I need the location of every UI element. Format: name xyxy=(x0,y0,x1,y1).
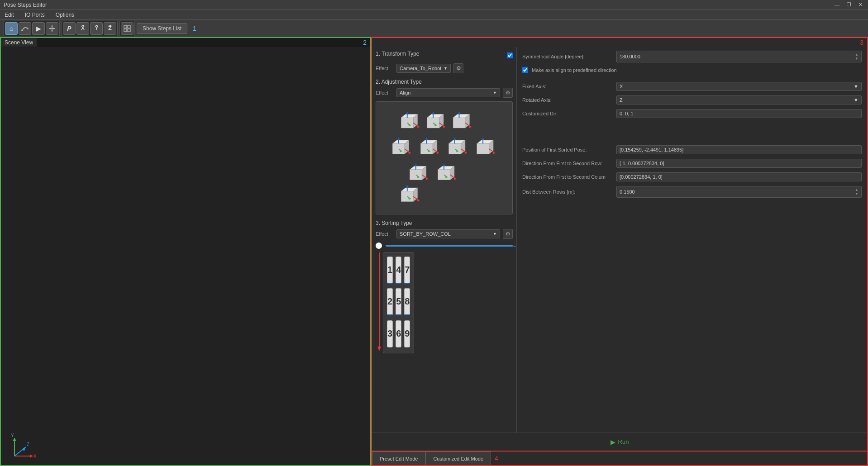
svg-marker-13 xyxy=(30,454,33,458)
sort-cell-8[interactable]: 8 xyxy=(404,288,410,315)
make-axis-align-checkbox[interactable] xyxy=(522,67,528,73)
scene-canvas[interactable]: X Y Z xyxy=(1,47,370,465)
sorting-gear-button[interactable]: ⚙ xyxy=(503,229,513,239)
app-title: Pose Steps Editor xyxy=(4,2,833,8)
x-button[interactable]: X̄ xyxy=(76,22,89,35)
adjustment-visual xyxy=(376,101,513,214)
position-first-sorted-value: [0.154259, -2.4491, 1.14895] xyxy=(616,145,862,154)
sort-cell-2[interactable]: 2 xyxy=(387,288,393,315)
sort-cell-4[interactable]: 4 xyxy=(396,257,401,284)
customized-edit-mode-tab[interactable]: Customized Edit Mode xyxy=(425,452,491,465)
scene-view-panel: Scene View 2 X Y Z xyxy=(0,37,371,466)
svg-marker-102 xyxy=(405,185,408,188)
rotated-axis-row: Rotated Axis: Z ▼ xyxy=(522,95,862,105)
sort-cell-3[interactable]: 3 xyxy=(387,320,393,347)
dist-between-rows-row: Dist Between Rows [m]: 0.1500 ▲ ▼ xyxy=(522,186,862,198)
cube-grid-svg xyxy=(388,108,501,208)
svg-marker-34 xyxy=(432,112,434,114)
slider-track[interactable]: → xyxy=(386,245,513,247)
slider-thumb[interactable] xyxy=(376,243,382,249)
svg-rect-39 xyxy=(453,118,465,128)
svg-rect-8 xyxy=(124,25,127,28)
adjustment-effect-dropdown[interactable]: Align ▼ xyxy=(396,88,500,97)
svg-rect-11 xyxy=(128,29,130,32)
adjustment-gear-button[interactable]: ⚙ xyxy=(503,88,513,98)
spin-arrows-2[interactable]: ▲ ▼ xyxy=(855,188,858,196)
sort-grid: 1 4 7 2 5 8 3 6 9 xyxy=(383,252,414,353)
axis-indicator: X Y Z xyxy=(10,433,33,456)
toolbar-group-3 xyxy=(119,21,135,36)
run-button[interactable]: ▶ Run xyxy=(601,436,638,448)
toolbar-group-2: P X̄ Ȳ Z̄ xyxy=(62,21,118,36)
adjustment-dropdown-arrow: ▼ xyxy=(493,90,497,95)
transform-type-section: 1. Transform Type Effect: Camera_To_Robo… xyxy=(376,51,513,73)
sort-cell-7[interactable]: 7 xyxy=(404,257,410,284)
dir-first-second-col-label: Direction From First to Second Colum xyxy=(522,174,613,180)
sort-cell-1[interactable]: 1 xyxy=(387,257,393,284)
p-button[interactable]: P xyxy=(63,22,76,35)
home-button[interactable]: ⌂ xyxy=(5,22,18,35)
fixed-axis-label: Fixed Axis: xyxy=(522,84,613,89)
y-button[interactable]: Ȳ xyxy=(90,22,103,35)
close-btn[interactable]: ✕ xyxy=(857,2,864,8)
transform-type-title: 1. Transform Type xyxy=(376,51,420,57)
svg-marker-93 xyxy=(443,163,445,166)
window-controls: — ❐ ✕ xyxy=(833,2,864,8)
rotated-axis-arrow: ▼ xyxy=(854,97,858,103)
z-button[interactable]: Z̄ xyxy=(104,22,116,35)
main-content: Scene View 2 X Y Z xyxy=(0,37,868,466)
red-lines xyxy=(376,252,381,353)
minimize-btn[interactable]: — xyxy=(833,2,841,8)
dist-between-rows-value[interactable]: 0.1500 ▲ ▼ xyxy=(616,186,862,198)
spin-arrows-1[interactable]: ▲ ▼ xyxy=(855,52,858,61)
svg-rect-89 xyxy=(438,170,450,180)
svg-point-1 xyxy=(27,28,29,29)
menu-edit[interactable]: Edit xyxy=(2,11,17,19)
transform-effect-label: Effect: xyxy=(376,66,394,71)
center-section: 1. Transform Type Effect: Camera_To_Robo… xyxy=(372,47,517,433)
menu-io-ports[interactable]: IO Ports xyxy=(22,11,48,19)
grid-button[interactable] xyxy=(121,22,134,35)
slider-row: → xyxy=(376,243,513,249)
dir-first-second-row-row: Direction From First to Second Row: [-1,… xyxy=(522,159,862,168)
show-steps-button[interactable]: Show Steps List xyxy=(137,23,187,34)
right-panel-number: 3 xyxy=(856,38,867,47)
sort-cell-6[interactable]: 6 xyxy=(396,320,401,347)
customized-dir-value[interactable]: 0, 0, 1 xyxy=(616,109,862,118)
rotated-axis-label: Rotated Axis: xyxy=(522,97,613,103)
transform-type-checkbox[interactable] xyxy=(507,52,513,58)
svg-point-0 xyxy=(21,29,23,31)
preset-edit-mode-tab[interactable]: Preset Edit Mode xyxy=(372,452,425,465)
toolbar-group-1: ⌂ ▶ xyxy=(4,21,60,36)
dir-first-second-col-row: Direction From First to Second Colum [0.… xyxy=(522,172,862,181)
menu-options[interactable]: Options xyxy=(53,11,77,19)
sorting-effect-dropdown[interactable]: SORT_BY_ROW_COL ▼ xyxy=(396,229,500,238)
svg-marker-4 xyxy=(51,25,53,27)
adjustment-effect-value: Align xyxy=(400,90,410,95)
adjustment-type-title: 2. Adjustment Type xyxy=(376,79,513,85)
right-panel: 3 1. Transform Type Effect: Camera_To_Ro… xyxy=(371,37,868,466)
fixed-axis-dropdown[interactable]: X ▼ xyxy=(616,82,862,91)
transform-effect-dropdown[interactable]: Camera_To_Robot ▼ xyxy=(396,64,451,73)
slider-arrow-right: → xyxy=(510,242,517,250)
adjustment-type-section: 2. Adjustment Type Effect: Align ▼ ⚙ xyxy=(376,79,513,214)
svg-marker-19 xyxy=(23,447,26,452)
svg-rect-10 xyxy=(124,29,127,32)
transform-gear-button[interactable]: ⚙ xyxy=(453,63,463,73)
transform-button[interactable] xyxy=(46,22,58,35)
make-axis-align-row: Make axis align to predefined direction xyxy=(522,67,862,73)
sort-cell-5[interactable]: 5 xyxy=(396,288,401,315)
play-button[interactable]: ▶ xyxy=(32,22,45,35)
symmetrical-angle-value[interactable]: 180.0000 ▲ ▼ xyxy=(616,51,862,62)
sort-grid-wrapper: 1 4 7 2 5 8 3 6 9 xyxy=(376,252,513,353)
sorting-dropdown-arrow: ▼ xyxy=(493,232,497,236)
dir-first-second-col-value: [0.000272834, 1, 0] xyxy=(616,172,862,181)
scene-number: 2 xyxy=(359,38,370,47)
rotated-axis-dropdown[interactable]: Z ▼ xyxy=(616,95,862,105)
run-bar: ▶ Run xyxy=(372,433,867,451)
maximize-btn[interactable]: ❐ xyxy=(845,2,853,8)
edit-curve-button[interactable] xyxy=(19,22,31,35)
fixed-axis-arrow: ▼ xyxy=(854,84,858,89)
sort-cell-9[interactable]: 9 xyxy=(404,320,410,347)
svg-marker-5 xyxy=(51,30,53,32)
